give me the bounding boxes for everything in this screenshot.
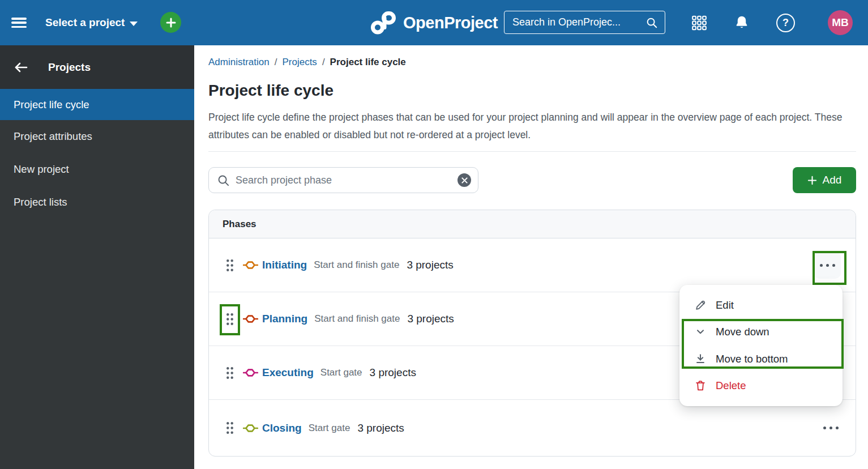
openproject-admin-screen: Select a project OpenProject [0, 0, 868, 469]
phase-name-link[interactable]: Closing [262, 422, 302, 434]
back-arrow-icon[interactable] [14, 61, 28, 74]
breadcrumb-link-administration[interactable]: Administration [208, 57, 270, 68]
drag-handle-icon[interactable] [226, 313, 234, 326]
global-search-input[interactable] [512, 16, 645, 28]
chevron-down-icon [694, 326, 707, 338]
phase-name-link[interactable]: Executing [262, 366, 314, 379]
gate-icon [243, 314, 258, 324]
move-to-bottom-icon [694, 353, 707, 365]
user-avatar[interactable]: MB [828, 10, 853, 35]
modules-grid-icon[interactable] [692, 0, 707, 45]
sidebar-item-project-attributes[interactable]: Project attributes [0, 120, 194, 153]
row-actions-context-menu: Edit Move down Move to bottom Delete [679, 285, 843, 406]
sidebar-header: Projects [0, 45, 194, 89]
breadcrumb-current: Project life cycle [330, 57, 406, 68]
gate-icon [243, 423, 258, 433]
divider [208, 151, 856, 152]
help-icon[interactable]: ? [776, 0, 795, 45]
phases-table-header: Phases [209, 210, 856, 238]
bell-icon[interactable] [734, 0, 749, 45]
global-search-box[interactable] [504, 11, 665, 34]
project-count: 3 projects [370, 366, 416, 379]
page-description: Project life cycle define the project ph… [208, 109, 856, 144]
phase-search-input[interactable] [236, 174, 452, 186]
main-content: Administration / Projects / Project life… [194, 45, 868, 469]
openproject-logo-mark [370, 11, 396, 35]
menu-item-delete[interactable]: Delete [679, 373, 843, 400]
menu-item-move-down[interactable]: Move down [679, 319, 843, 346]
table-row-closing: Closing Start gate 3 projects [209, 400, 856, 456]
trash-icon [694, 380, 707, 392]
sidebar-item-project-life-cycle[interactable]: Project life cycle [0, 89, 194, 120]
search-icon [217, 174, 230, 187]
menu-item-move-to-bottom[interactable]: Move to bottom [679, 346, 843, 373]
sidebar-item-new-project[interactable]: New project [0, 153, 194, 186]
gate-icon [243, 260, 258, 270]
gate-type-label: Start gate [309, 423, 350, 434]
project-count: 3 projects [407, 313, 454, 325]
drag-handle-icon[interactable] [226, 421, 234, 434]
pencil-icon [694, 299, 707, 312]
table-row-initiating: Initiating Start and finish gate 3 proje… [209, 238, 856, 292]
page-title: Project life cycle [208, 82, 856, 100]
row-actions-ellipsis-button[interactable] [814, 251, 841, 279]
gate-icon [243, 368, 258, 378]
drag-handle-icon[interactable] [226, 259, 234, 272]
drag-handle-icon[interactable] [226, 366, 234, 380]
search-icon[interactable] [645, 16, 658, 29]
gate-type-label: Start and finish gate [314, 313, 400, 325]
project-count: 3 projects [407, 259, 453, 271]
gate-type-label: Start and finish gate [314, 259, 399, 271]
top-navigation-bar: Select a project OpenProject [0, 0, 868, 45]
gate-type-label: Start gate [320, 367, 362, 378]
breadcrumb: Administration / Projects / Project life… [208, 57, 856, 68]
row-actions-ellipsis-button[interactable] [817, 415, 844, 442]
phase-name-link[interactable]: Planning [262, 313, 307, 325]
phase-search-box[interactable] [208, 167, 478, 193]
phase-name-link[interactable]: Initiating [262, 259, 307, 271]
sidebar-item-project-lists[interactable]: Project lists [0, 186, 194, 219]
openproject-logo-text: OpenProject [403, 14, 498, 32]
sidebar-title: Projects [48, 61, 91, 74]
project-count: 3 projects [357, 422, 404, 434]
avatar-initials: MB [832, 16, 849, 29]
add-phase-button[interactable]: Add [793, 167, 856, 193]
menu-item-edit[interactable]: Edit [679, 292, 843, 319]
plus-icon [807, 176, 817, 185]
breadcrumb-link-projects[interactable]: Projects [282, 57, 317, 68]
admin-sidebar: Projects Project life cycle Project attr… [0, 45, 194, 469]
clear-icon[interactable] [457, 173, 471, 187]
